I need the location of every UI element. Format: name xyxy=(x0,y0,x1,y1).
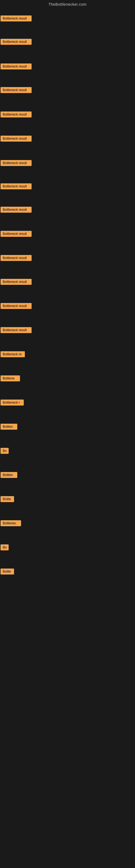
bottleneck-badge-12[interactable]: Bottleneck result xyxy=(1,279,32,285)
page-container: TheBottlenecker.com Bottleneck resultBot… xyxy=(0,0,135,868)
bottleneck-badge-10[interactable]: Bottleneck result xyxy=(1,231,32,237)
badge-row-9: Bottleneck result xyxy=(1,207,32,214)
badge-row-2: Bottleneck result xyxy=(1,39,32,46)
badge-row-15: Bottleneck re xyxy=(1,351,25,358)
badge-row-21: Bottle xyxy=(1,496,14,503)
badge-row-14: Bottleneck result xyxy=(1,327,32,334)
badge-row-12: Bottleneck result xyxy=(1,279,32,286)
bottleneck-badge-15[interactable]: Bottleneck re xyxy=(1,351,25,357)
bottleneck-badge-3[interactable]: Bottleneck result xyxy=(1,63,32,69)
badge-row-19: Bo xyxy=(1,448,9,455)
bottleneck-badge-22[interactable]: Bottlenec xyxy=(1,520,21,526)
bottleneck-badge-19[interactable]: Bo xyxy=(1,448,9,454)
bottleneck-badge-13[interactable]: Bottleneck result xyxy=(1,303,32,309)
badge-row-13: Bottleneck result xyxy=(1,303,32,310)
badge-row-16: Bottlene xyxy=(1,375,20,382)
badge-row-7: Bottleneck result xyxy=(1,160,32,167)
badge-row-3: Bottleneck result xyxy=(1,63,32,70)
bottleneck-badge-23[interactable]: Bo xyxy=(1,545,9,550)
badge-row-10: Bottleneck result xyxy=(1,231,32,238)
bottleneck-badge-18[interactable]: Bottlen xyxy=(1,424,17,430)
badge-row-4: Bottleneck result xyxy=(1,87,32,94)
bottleneck-badge-5[interactable]: Bottleneck result xyxy=(1,112,32,118)
bottleneck-badge-1[interactable]: Bottleneck result xyxy=(1,16,32,22)
bottleneck-badge-6[interactable]: Bottleneck result xyxy=(1,135,32,142)
bottleneck-badge-8[interactable]: Bottleneck result xyxy=(1,183,32,189)
site-title: TheBottlenecker.com xyxy=(0,0,135,9)
bottleneck-badge-4[interactable]: Bottleneck result xyxy=(1,87,32,93)
bottleneck-badge-20[interactable]: Bottlen xyxy=(1,472,17,478)
badge-row-11: Bottleneck result xyxy=(1,255,32,262)
badge-row-1: Bottleneck result xyxy=(1,16,32,23)
badge-row-6: Bottleneck result xyxy=(1,135,32,143)
bottleneck-badge-24[interactable]: Bottle xyxy=(1,568,14,575)
bottleneck-badge-9[interactable]: Bottleneck result xyxy=(1,207,32,213)
badge-row-17: Bottleneck r xyxy=(1,400,24,407)
badge-row-24: Bottle xyxy=(1,568,14,576)
bottleneck-badge-2[interactable]: Bottleneck result xyxy=(1,39,32,45)
bottleneck-badge-7[interactable]: Bottleneck result xyxy=(1,160,32,166)
badge-row-23: Bo xyxy=(1,545,9,552)
badge-row-20: Bottlen xyxy=(1,472,17,479)
bottleneck-badge-11[interactable]: Bottleneck result xyxy=(1,255,32,261)
badge-row-22: Bottlenec xyxy=(1,520,21,527)
badge-row-8: Bottleneck result xyxy=(1,183,32,190)
bottleneck-badge-21[interactable]: Bottle xyxy=(1,496,14,502)
bottleneck-badge-17[interactable]: Bottleneck r xyxy=(1,400,24,405)
bottleneck-badge-16[interactable]: Bottlene xyxy=(1,375,20,381)
bottleneck-badge-14[interactable]: Bottleneck result xyxy=(1,327,32,333)
badge-row-5: Bottleneck result xyxy=(1,112,32,119)
badge-row-18: Bottlen xyxy=(1,424,17,431)
